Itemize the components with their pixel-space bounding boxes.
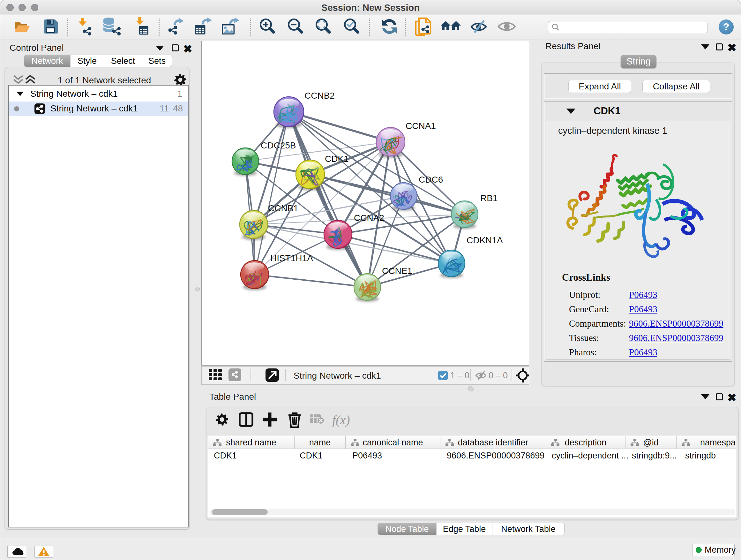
svg-text:CCNE1: CCNE1 xyxy=(382,266,412,276)
svg-text:CDC25B: CDC25B xyxy=(261,140,296,150)
svg-text:CDK1: CDK1 xyxy=(325,154,349,164)
svg-text:CCNB1: CCNB1 xyxy=(268,203,298,213)
svg-text:CCNA1: CCNA1 xyxy=(406,121,436,131)
svg-text:1 of 1 Network selected: 1 of 1 Network selected xyxy=(58,75,151,85)
svg-text:CDC6: CDC6 xyxy=(419,175,443,185)
svg-text:String Network – cdk1: String Network – cdk1 xyxy=(293,371,381,381)
svg-text:CCNB2: CCNB2 xyxy=(305,91,335,101)
svg-text:1 – 0: 1 – 0 xyxy=(450,371,469,380)
svg-text:f(x): f(x) xyxy=(332,413,350,427)
svg-text:CCNA2: CCNA2 xyxy=(354,213,384,223)
svg-text:0 – 0: 0 – 0 xyxy=(488,371,508,380)
svg-text:CDKN1A: CDKN1A xyxy=(467,235,503,245)
svg-text:HIST1H1A: HIST1H1A xyxy=(270,253,313,263)
svg-text:RB1: RB1 xyxy=(480,193,497,203)
